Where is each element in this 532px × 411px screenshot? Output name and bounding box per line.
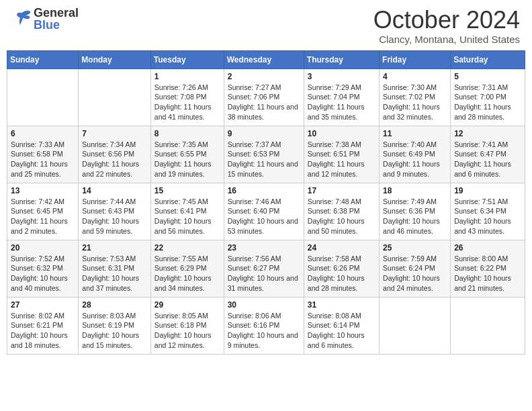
day-info: Sunrise: 7:35 AMSunset: 6:55 PMDaylight:… [154,140,220,179]
day-number: 11 [383,129,447,138]
day-number: 31 [308,300,375,310]
calendar-day-cell: 20Sunrise: 7:52 AMSunset: 6:32 PMDayligh… [7,240,79,297]
logo-bird-icon [12,9,32,29]
calendar-day-cell: 8Sunrise: 7:35 AMSunset: 6:55 PMDaylight… [150,126,224,183]
day-info: Sunrise: 8:02 AMSunset: 6:21 PMDaylight:… [11,311,75,351]
calendar-day-cell: 18Sunrise: 7:49 AMSunset: 6:36 PMDayligh… [380,183,451,240]
day-info: Sunrise: 7:52 AMSunset: 6:32 PMDaylight:… [11,254,75,293]
day-number: 25 [383,243,447,253]
day-info: Sunrise: 7:56 AMSunset: 6:27 PMDaylight:… [228,254,300,293]
calendar-day-cell: 28Sunrise: 8:03 AMSunset: 6:19 PMDayligh… [79,297,150,354]
day-number: 29 [154,300,220,310]
calendar-day-cell: 3Sunrise: 7:29 AMSunset: 7:04 PMDaylight… [304,68,379,126]
day-info: Sunrise: 7:42 AMSunset: 6:45 PMDaylight:… [11,197,75,236]
day-number: 3 [308,72,375,81]
day-info: Sunrise: 7:40 AMSunset: 6:49 PMDaylight:… [383,140,447,179]
calendar-day-cell [7,68,79,126]
day-info: Sunrise: 7:46 AMSunset: 6:40 PMDaylight:… [228,197,300,236]
day-info: Sunrise: 7:49 AMSunset: 6:36 PMDaylight:… [383,197,447,236]
day-info: Sunrise: 7:34 AMSunset: 6:56 PMDaylight:… [82,140,146,179]
weekday-header-cell: Friday [380,50,451,68]
day-info: Sunrise: 7:27 AMSunset: 7:06 PMDaylight:… [228,83,300,122]
title-area: October 2024 Clancy, Montana, United Sta… [373,7,520,45]
day-info: Sunrise: 7:55 AMSunset: 6:29 PMDaylight:… [154,254,220,293]
calendar-day-cell: 15Sunrise: 7:45 AMSunset: 6:41 PMDayligh… [150,183,224,240]
day-info: Sunrise: 7:44 AMSunset: 6:43 PMDaylight:… [82,197,146,236]
day-number: 26 [454,243,521,253]
calendar-day-cell [380,297,451,354]
day-number: 1 [154,72,220,81]
day-number: 6 [11,129,75,138]
logo-line2: Blue [34,19,79,31]
calendar-day-cell: 10Sunrise: 7:38 AMSunset: 6:51 PMDayligh… [304,126,379,183]
day-number: 7 [82,129,146,138]
day-info: Sunrise: 7:31 AMSunset: 7:00 PMDaylight:… [454,83,521,122]
day-number: 30 [228,300,300,310]
calendar-week-row: 1Sunrise: 7:26 AMSunset: 7:08 PMDaylight… [7,68,525,126]
weekday-header-cell: Monday [79,50,150,68]
calendar-week-row: 13Sunrise: 7:42 AMSunset: 6:45 PMDayligh… [7,183,525,240]
calendar-day-cell: 26Sunrise: 8:00 AMSunset: 6:22 PMDayligh… [451,240,525,297]
day-info: Sunrise: 8:06 AMSunset: 6:16 PMDaylight:… [228,311,300,351]
day-info: Sunrise: 7:29 AMSunset: 7:04 PMDaylight:… [308,83,375,122]
calendar-day-cell: 12Sunrise: 7:41 AMSunset: 6:47 PMDayligh… [451,126,525,183]
day-info: Sunrise: 7:48 AMSunset: 6:38 PMDaylight:… [308,197,375,236]
calendar-day-cell: 31Sunrise: 8:08 AMSunset: 6:14 PMDayligh… [304,297,379,354]
day-number: 21 [82,243,146,253]
day-number: 27 [11,300,75,310]
calendar-day-cell: 2Sunrise: 7:27 AMSunset: 7:06 PMDaylight… [224,68,304,126]
day-info: Sunrise: 7:59 AMSunset: 6:24 PMDaylight:… [383,254,447,293]
day-info: Sunrise: 7:37 AMSunset: 6:53 PMDaylight:… [228,140,300,179]
calendar-day-cell: 11Sunrise: 7:40 AMSunset: 6:49 PMDayligh… [380,126,451,183]
calendar-day-cell: 27Sunrise: 8:02 AMSunset: 6:21 PMDayligh… [7,297,79,354]
weekday-header-cell: Thursday [304,50,379,68]
calendar-day-cell: 13Sunrise: 7:42 AMSunset: 6:45 PMDayligh… [7,183,79,240]
calendar-day-cell: 23Sunrise: 7:56 AMSunset: 6:27 PMDayligh… [224,240,304,297]
calendar-day-cell: 14Sunrise: 7:44 AMSunset: 6:43 PMDayligh… [79,183,150,240]
calendar-day-cell: 6Sunrise: 7:33 AMSunset: 6:58 PMDaylight… [7,126,79,183]
day-number: 24 [308,243,375,253]
logo: General Blue [12,7,79,31]
day-number: 22 [154,243,220,253]
day-number: 17 [308,186,375,195]
calendar-week-row: 20Sunrise: 7:52 AMSunset: 6:32 PMDayligh… [7,240,525,297]
calendar-day-cell: 22Sunrise: 7:55 AMSunset: 6:29 PMDayligh… [150,240,224,297]
month-title: October 2024 [373,7,520,34]
calendar-week-row: 6Sunrise: 7:33 AMSunset: 6:58 PMDaylight… [7,126,525,183]
day-info: Sunrise: 7:53 AMSunset: 6:31 PMDaylight:… [82,254,146,293]
day-info: Sunrise: 8:08 AMSunset: 6:14 PMDaylight:… [308,311,375,351]
calendar-day-cell: 9Sunrise: 7:37 AMSunset: 6:53 PMDaylight… [224,126,304,183]
calendar-day-cell: 25Sunrise: 7:59 AMSunset: 6:24 PMDayligh… [380,240,451,297]
calendar-table: SundayMondayTuesdayWednesdayThursdayFrid… [7,50,525,355]
calendar-day-cell: 5Sunrise: 7:31 AMSunset: 7:00 PMDaylight… [451,68,525,126]
day-info: Sunrise: 7:38 AMSunset: 6:51 PMDaylight:… [308,140,375,179]
day-number: 23 [228,243,300,253]
day-number: 10 [308,129,375,138]
day-info: Sunrise: 8:03 AMSunset: 6:19 PMDaylight:… [82,311,146,351]
calendar-day-cell: 21Sunrise: 7:53 AMSunset: 6:31 PMDayligh… [79,240,150,297]
calendar-day-cell: 17Sunrise: 7:48 AMSunset: 6:38 PMDayligh… [304,183,379,240]
day-number: 12 [454,129,521,138]
day-number: 9 [228,129,300,138]
calendar-body: 1Sunrise: 7:26 AMSunset: 7:08 PMDaylight… [7,68,525,354]
calendar-day-cell: 1Sunrise: 7:26 AMSunset: 7:08 PMDaylight… [150,68,224,126]
day-info: Sunrise: 8:05 AMSunset: 6:18 PMDaylight:… [154,311,220,351]
calendar-day-cell: 19Sunrise: 7:51 AMSunset: 6:34 PMDayligh… [451,183,525,240]
weekday-header-row: SundayMondayTuesdayWednesdayThursdayFrid… [7,50,525,68]
day-number: 19 [454,186,521,195]
calendar-week-row: 27Sunrise: 8:02 AMSunset: 6:21 PMDayligh… [7,297,525,354]
day-number: 5 [454,72,521,81]
day-number: 18 [383,186,447,195]
calendar-day-cell: 29Sunrise: 8:05 AMSunset: 6:18 PMDayligh… [150,297,224,354]
day-info: Sunrise: 7:45 AMSunset: 6:41 PMDaylight:… [154,197,220,236]
logo-line1: General [34,7,79,19]
day-info: Sunrise: 7:30 AMSunset: 7:02 PMDaylight:… [383,83,447,122]
day-info: Sunrise: 7:26 AMSunset: 7:08 PMDaylight:… [154,83,220,122]
location-title: Clancy, Montana, United States [373,34,520,45]
day-number: 13 [11,186,75,195]
day-number: 20 [11,243,75,253]
day-info: Sunrise: 7:41 AMSunset: 6:47 PMDaylight:… [454,140,521,179]
day-number: 14 [82,186,146,195]
day-info: Sunrise: 8:00 AMSunset: 6:22 PMDaylight:… [454,254,521,293]
weekday-header-cell: Wednesday [224,50,304,68]
